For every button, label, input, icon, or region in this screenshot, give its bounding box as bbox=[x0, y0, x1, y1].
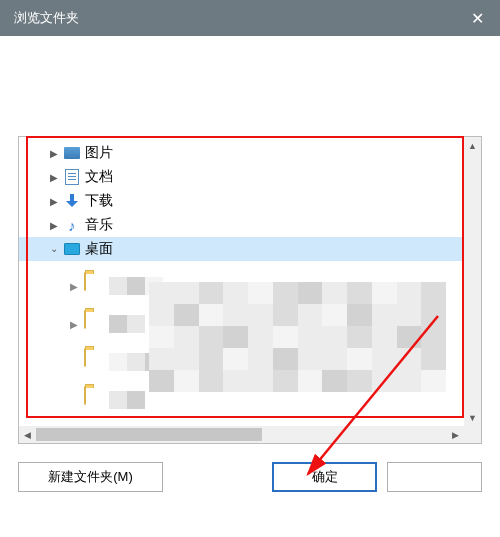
folder-tree: ▶ 图片 ▶ 文档 ▶ 下载 ▶ ♪ 音乐 bbox=[18, 136, 482, 444]
desktop-icon bbox=[63, 240, 81, 258]
folder-icon bbox=[84, 387, 106, 413]
tree-item-music[interactable]: ▶ ♪ 音乐 bbox=[19, 213, 464, 237]
tree-item-pictures[interactable]: ▶ 图片 bbox=[19, 141, 464, 165]
folder-icon bbox=[84, 349, 106, 375]
scroll-left-icon[interactable]: ◀ bbox=[19, 426, 36, 443]
chevron-right-icon: ▶ bbox=[67, 281, 81, 292]
documents-icon bbox=[63, 168, 81, 186]
close-icon[interactable]: ✕ bbox=[454, 0, 500, 36]
tree-item-downloads[interactable]: ▶ 下载 bbox=[19, 189, 464, 213]
downloads-icon bbox=[63, 192, 81, 210]
window-title: 浏览文件夹 bbox=[14, 9, 79, 27]
scroll-right-icon[interactable]: ▶ bbox=[447, 426, 464, 443]
ok-button[interactable]: 确定 bbox=[272, 462, 377, 492]
tree-item-label: 图片 bbox=[85, 144, 119, 162]
cancel-button[interactable] bbox=[387, 462, 482, 492]
chevron-right-icon: ▶ bbox=[67, 319, 81, 330]
horizontal-scrollbar[interactable]: ◀ ▶ bbox=[19, 426, 464, 443]
button-label: 新建文件夹(M) bbox=[48, 468, 133, 486]
folder-icon bbox=[84, 273, 106, 299]
music-icon: ♪ bbox=[63, 216, 81, 234]
tree-item-label: 音乐 bbox=[85, 216, 119, 234]
new-folder-button[interactable]: 新建文件夹(M) bbox=[18, 462, 163, 492]
scroll-up-icon[interactable]: ▲ bbox=[464, 137, 481, 154]
tree-item-label: 下载 bbox=[85, 192, 119, 210]
scrollbar-thumb[interactable] bbox=[36, 428, 262, 441]
blurred-region bbox=[149, 282, 446, 392]
vertical-scrollbar[interactable]: ▲ ▼ bbox=[464, 137, 481, 426]
tree-item-label: 文档 bbox=[85, 168, 119, 186]
scroll-down-icon[interactable]: ▼ bbox=[464, 409, 481, 426]
button-label: 确定 bbox=[312, 468, 338, 486]
folder-icon bbox=[84, 311, 106, 337]
chevron-right-icon: ▶ bbox=[47, 196, 61, 207]
tree-item-label: 桌面 bbox=[85, 240, 119, 258]
chevron-right-icon: ▶ bbox=[47, 148, 61, 159]
titlebar: 浏览文件夹 ✕ bbox=[0, 0, 500, 36]
chevron-down-icon: ⌄ bbox=[47, 243, 61, 254]
tree-item-documents[interactable]: ▶ 文档 bbox=[19, 165, 464, 189]
chevron-right-icon: ▶ bbox=[47, 220, 61, 231]
tree-item-desktop[interactable]: ⌄ 桌面 bbox=[19, 237, 464, 261]
chevron-right-icon: ▶ bbox=[47, 172, 61, 183]
pictures-icon bbox=[63, 144, 81, 162]
